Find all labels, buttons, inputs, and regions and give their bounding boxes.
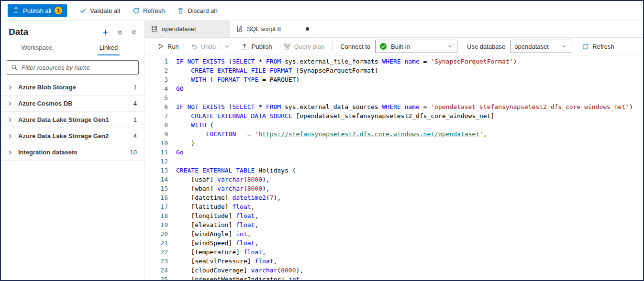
tab-workspace-label: Workspace bbox=[20, 44, 55, 55]
check-icon bbox=[79, 7, 87, 14]
connected-status-icon bbox=[379, 43, 387, 50]
tree-item-label: Azure Blob Storage bbox=[18, 84, 133, 91]
code-text: [datetime] datetime2(7), bbox=[168, 193, 281, 202]
editor-toolbar: Run Undo bbox=[145, 38, 643, 55]
tree-item[interactable]: Integration datasets 10 bbox=[1, 144, 144, 161]
doc-tab-label: opendataset bbox=[162, 25, 224, 32]
tree-item[interactable]: Azure Data Lake Storage Gen2 4 bbox=[1, 128, 144, 144]
publish-all-button[interactable]: Publish all 1 bbox=[8, 4, 67, 17]
code-line[interactable]: 21 [windSpeed] float, bbox=[145, 238, 643, 248]
search-icon bbox=[11, 64, 18, 71]
tree-item-count: 10 bbox=[130, 149, 137, 156]
undo-dropdown-button[interactable] bbox=[224, 43, 230, 49]
chevron-right-icon[interactable] bbox=[8, 101, 14, 106]
code-line[interactable]: 13CREATE EXTERNAL TABLE Holidays ( bbox=[145, 166, 643, 175]
dirty-indicator[interactable] bbox=[306, 27, 309, 31]
code-line[interactable]: 7 CREATE EXTERNAL DATA SOURCE [opendatas… bbox=[145, 111, 643, 120]
chevron-down-icon bbox=[447, 43, 453, 49]
code-editor[interactable]: 1IF NOT EXISTS (SELECT * FROM sys.extern… bbox=[145, 55, 643, 280]
code-text: WITH ( FORMAT_TYPE = PARQUET) bbox=[168, 75, 300, 84]
collapse-all-button[interactable] bbox=[117, 29, 123, 35]
code-line[interactable]: 11Go bbox=[145, 148, 643, 157]
code-text: Go bbox=[168, 148, 184, 157]
editor-refresh-button[interactable]: Refresh bbox=[582, 43, 614, 50]
tree-item[interactable]: Azure Data Lake Storage Gen1 1 bbox=[1, 112, 144, 128]
chevron-right-icon[interactable] bbox=[8, 150, 14, 155]
chevron-right-icon[interactable] bbox=[8, 134, 14, 139]
tree-item-count: 4 bbox=[133, 100, 137, 107]
connect-to-dropdown[interactable]: Built-in bbox=[375, 40, 457, 53]
line-number: 6 bbox=[145, 102, 168, 111]
code-line[interactable]: 12 bbox=[145, 157, 643, 166]
tab-workspace[interactable]: Workspace bbox=[1, 40, 73, 55]
chevron-right-icon[interactable] bbox=[8, 118, 14, 122]
undo-split-button: Undo bbox=[190, 43, 230, 50]
code-line[interactable]: 22 [temperature] float, bbox=[145, 248, 643, 257]
publish-label: Publish bbox=[252, 43, 272, 50]
code-line[interactable]: 19 [elevation] float, bbox=[145, 220, 643, 229]
tab-linked-label: Linked bbox=[98, 44, 120, 55]
tab-opendataset[interactable]: opendataset bbox=[145, 21, 230, 37]
tree-item-count: 1 bbox=[133, 84, 137, 91]
line-number: 5 bbox=[145, 93, 168, 102]
code-line[interactable]: 24 [cloudCoverage] varchar(8000), bbox=[145, 266, 643, 275]
connect-to-value: Built-in bbox=[391, 43, 410, 50]
tree-item[interactable]: Azure Blob Storage 1 bbox=[1, 79, 144, 96]
code-text: ) bbox=[168, 139, 195, 148]
code-text bbox=[168, 93, 176, 102]
refresh-icon bbox=[133, 7, 140, 14]
tab-sql-script-8[interactable]: SQL script 8 bbox=[230, 21, 315, 37]
code-line[interactable]: 9 LOCATION = 'https://stefansynapsetest2… bbox=[145, 130, 643, 139]
collapse-panel-button[interactable] bbox=[131, 29, 137, 35]
code-line[interactable]: 17 [latitude] float, bbox=[145, 202, 643, 211]
code-text: [presentWeatherIndicator] int, bbox=[168, 275, 303, 280]
code-line[interactable]: 23 [seaLvlPressure] float, bbox=[145, 257, 643, 266]
code-line[interactable]: 2 CREATE EXTERNAL FILE FORMAT [SynapsePa… bbox=[145, 66, 643, 75]
refresh-label: Refresh bbox=[143, 7, 165, 14]
line-number: 2 bbox=[145, 66, 168, 75]
line-number: 18 bbox=[145, 211, 168, 220]
code-line[interactable]: 18 [longitude] float, bbox=[145, 211, 643, 220]
code-line[interactable]: 1IF NOT EXISTS (SELECT * FROM sys.extern… bbox=[145, 57, 643, 66]
code-line[interactable]: 25 [presentWeatherIndicator] int, bbox=[145, 275, 643, 280]
tree-item-count: 1 bbox=[133, 116, 137, 123]
query-plan-icon bbox=[284, 43, 291, 50]
validate-all-button[interactable]: Validate all bbox=[79, 7, 120, 14]
chevron-right-icon[interactable] bbox=[8, 85, 14, 90]
top-toolbar: Publish all 1 Validate all Refresh Disca… bbox=[1, 1, 643, 21]
line-number: 15 bbox=[145, 184, 168, 193]
code-text: [seaLvlPressure] float, bbox=[168, 257, 277, 266]
refresh-button[interactable]: Refresh bbox=[133, 7, 165, 14]
tree-item[interactable]: Azure Cosmos DB 4 bbox=[1, 96, 144, 112]
undo-label: Undo bbox=[201, 43, 216, 50]
query-plan-button[interactable]: Query plan bbox=[284, 43, 325, 50]
divider bbox=[220, 43, 220, 50]
line-number: 1 bbox=[145, 57, 168, 66]
code-line[interactable]: 15 [wban] varchar(8000), bbox=[145, 184, 643, 193]
line-number: 22 bbox=[145, 248, 168, 257]
chevron-down-icon bbox=[224, 43, 230, 49]
code-line[interactable]: 8 WITH ( bbox=[145, 120, 643, 130]
plus-icon bbox=[102, 29, 109, 36]
code-text: [windSpeed] float, bbox=[168, 238, 258, 248]
line-number: 7 bbox=[145, 111, 168, 120]
validate-all-label: Validate all bbox=[90, 7, 120, 14]
code-line[interactable]: 20 [windAngle] int, bbox=[145, 229, 643, 238]
publish-button[interactable]: Publish bbox=[241, 43, 272, 50]
code-line[interactable]: 4GO bbox=[145, 84, 643, 93]
line-number: 16 bbox=[145, 193, 168, 202]
run-button[interactable]: Run bbox=[157, 43, 179, 50]
tab-linked[interactable]: Linked bbox=[73, 40, 144, 55]
use-database-dropdown[interactable]: opendataset bbox=[510, 40, 571, 53]
code-line[interactable]: 3 WITH ( FORMAT_TYPE = PARQUET) bbox=[145, 75, 643, 84]
discard-all-button[interactable]: Discard all bbox=[177, 7, 217, 14]
code-line[interactable]: 14 [usaf] varchar(8000), bbox=[145, 175, 643, 184]
code-line[interactable]: 16 [datetime] datetime2(7), bbox=[145, 193, 643, 202]
code-line[interactable]: 10 ) bbox=[145, 139, 643, 148]
add-resource-button[interactable] bbox=[102, 29, 109, 36]
tree-item-count: 4 bbox=[133, 132, 137, 140]
code-line[interactable]: 5 bbox=[145, 93, 643, 102]
code-line[interactable]: 6IF NOT EXISTS (SELECT * FROM sys.extern… bbox=[145, 102, 643, 111]
undo-button[interactable]: Undo bbox=[190, 43, 216, 50]
filter-input[interactable] bbox=[7, 60, 139, 75]
